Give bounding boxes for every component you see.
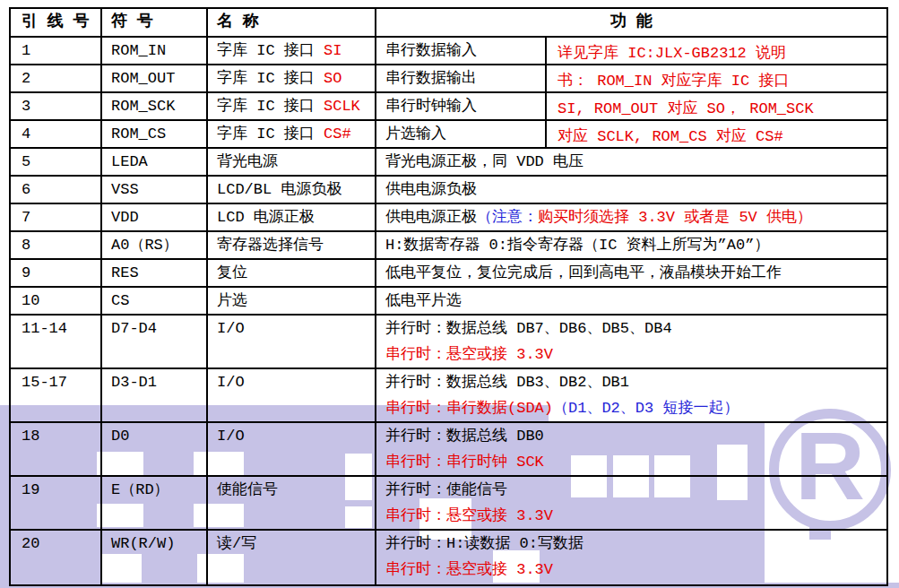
text-segment: SI xyxy=(324,42,341,59)
table-row: 15-17D3-D1I/O并行时：数据总线 DB3、DB2、DB1串行时：串行数… xyxy=(11,369,886,423)
function-cell: 片选输入 xyxy=(376,121,547,147)
function-cell: 串行数据输出 xyxy=(376,65,547,91)
pin-number-cell: 8 xyxy=(11,232,102,258)
function-cell: 并行时：数据总线 DB0串行时：串行时钟 SCK xyxy=(376,423,886,475)
function-cell: 串行时钟输入 xyxy=(376,93,547,119)
text-segment: LCD/BL 电源负极 xyxy=(217,181,341,198)
text-segment: 10 xyxy=(22,292,39,309)
function-cell: 供电电源正极（注意：购买时须选择 3.3V 或者是 5V 供电） xyxy=(376,204,886,230)
pin-number-cell: 5 xyxy=(11,149,102,175)
text-segment: 3 xyxy=(22,98,30,115)
text-segment: CS xyxy=(111,292,129,309)
function-line: 串行数据输出 xyxy=(385,65,545,91)
name-cell: 字库 IC 接口 SI xyxy=(208,38,376,64)
function-cell: 并行时：数据总线 DB3、DB2、DB1串行时：串行数据(SDA)（D1、D2、… xyxy=(376,369,886,421)
symbol-cell: CS xyxy=(102,288,208,314)
text-segment: 19 xyxy=(22,481,39,498)
text-segment: 11-14 xyxy=(22,320,67,337)
text-segment: 串行数据输出 xyxy=(385,70,477,87)
text-segment: 并行时：使能信号 xyxy=(385,481,507,498)
pin-number-cell: 20 xyxy=(11,531,102,584)
function-line: 背光电源正极，同 VDD 电压 xyxy=(385,149,886,175)
text-segment: 18 xyxy=(22,428,39,445)
name-cell: I/O xyxy=(208,423,376,475)
text-segment: VDD xyxy=(111,209,139,226)
name-cell: I/O xyxy=(208,369,376,421)
pin-number-cell: 18 xyxy=(11,423,102,475)
text-segment: 背光电源正极，同 VDD 电压 xyxy=(385,153,583,170)
function-line: 串行时：串行数据(SDA)（D1、D2、D3 短接一起） xyxy=(385,395,886,421)
text-segment: 片选 xyxy=(217,292,247,309)
text-segment: 串行时：悬空或接 3.3V xyxy=(385,561,553,578)
function-line: 低电平复位，复位完成后，回到高电平，液晶模块开始工作 xyxy=(385,260,886,286)
table-header-row: 引 线 号 符 号 名 称 功 能 xyxy=(11,9,886,38)
text-segment: 供电电源正极 xyxy=(385,209,477,226)
text-segment: ROM_CS xyxy=(111,125,166,143)
text-segment: 使能信号 xyxy=(217,481,278,498)
text-segment: E（RD） xyxy=(111,481,169,498)
text-segment: 字库 IC 接口 xyxy=(217,42,324,59)
function-cell: 低电平片选 xyxy=(376,288,886,314)
name-cell: 复位 xyxy=(208,260,376,286)
rom-note-line: 书： ROM_IN 对应字库 IC 接口 xyxy=(558,67,888,95)
text-segment: D3-D1 xyxy=(111,374,157,391)
symbol-cell: D0 xyxy=(102,423,208,475)
pin-number-cell: 10 xyxy=(11,288,102,314)
text-segment: 供电电源负极 xyxy=(385,181,477,198)
text-segment: 6 xyxy=(22,181,30,198)
text-segment: 串行数据输入 xyxy=(385,42,477,59)
text-segment: 片选输入 xyxy=(385,125,446,143)
name-cell: I/O xyxy=(208,316,376,368)
text-segment: I/O xyxy=(217,374,245,391)
text-segment: 低电平片选 xyxy=(385,292,462,309)
text-segment: 9 xyxy=(22,264,30,281)
function-line: 并行时：数据总线 DB7、DB6、DB5、DB4 xyxy=(385,316,886,342)
text-segment: 字库 IC 接口 xyxy=(217,70,324,87)
symbol-cell: E（RD） xyxy=(102,477,208,529)
function-line: 并行时：数据总线 DB3、DB2、DB1 xyxy=(385,369,886,395)
pin-number-cell: 7 xyxy=(11,204,102,230)
header-name: 名 称 xyxy=(208,9,376,36)
function-cell: 并行时：H:读数据 0:写数据串行时：悬空或接 3.3V xyxy=(376,531,886,584)
function-line: 串行时：悬空或接 3.3V xyxy=(385,503,886,529)
text-segment: I/O xyxy=(217,320,245,337)
rom-note-line: 详见字库 IC:JLX-GB2312 说明 xyxy=(558,39,888,67)
text-segment: 并行时：数据总线 DB3、DB2、DB1 xyxy=(385,374,629,391)
table-row: 11-14D7-D4I/O并行时：数据总线 DB7、DB6、DB5、DB4串行时… xyxy=(11,316,886,369)
text-segment: WR(R/W) xyxy=(111,535,175,552)
table-row: 5LEDA背光电源背光电源正极，同 VDD 电压 xyxy=(11,149,886,177)
text-segment: 8 xyxy=(22,237,30,254)
text-segment: D7-D4 xyxy=(111,320,157,337)
pin-number-cell: 6 xyxy=(11,177,102,203)
pin-number-cell: 2 xyxy=(11,65,102,91)
text-segment: 7 xyxy=(22,209,30,226)
symbol-cell: D3-D1 xyxy=(102,369,208,421)
function-cell: 低电平复位，复位完成后，回到高电平，液晶模块开始工作 xyxy=(376,260,886,286)
function-cell: 供电电源负极 xyxy=(376,177,886,203)
text-segment: 串行时：串行数据(SDA) xyxy=(385,400,553,417)
function-cell: 并行时：使能信号串行时：悬空或接 3.3V xyxy=(376,477,886,529)
pin-function-table: 引 线 号 符 号 名 称 功 能 1ROM_IN字库 IC 接口 SI串行数据… xyxy=(9,7,888,586)
name-cell: 字库 IC 接口 SCLK xyxy=(208,93,376,119)
text-segment: SCLK xyxy=(324,98,360,115)
text-segment: I/O xyxy=(217,428,245,445)
table-row: 6VSSLCD/BL 电源负极供电电源负极 xyxy=(11,177,886,204)
table-row: 9RES复位低电平复位，复位完成后，回到高电平，液晶模块开始工作 xyxy=(11,260,886,288)
function-line: 并行时：使能信号 xyxy=(385,477,886,503)
text-segment: VSS xyxy=(111,181,139,198)
table-row: 7VDDLCD 电源正极供电电源正极（注意：购买时须选择 3.3V 或者是 5V… xyxy=(11,204,886,232)
table-row: 18D0I/O并行时：数据总线 DB0串行时：串行时钟 SCK xyxy=(11,423,886,477)
name-cell: 寄存器选择信号 xyxy=(208,232,376,258)
text-segment: 字库 IC 接口 xyxy=(217,98,324,115)
header-symbol: 符 号 xyxy=(102,9,208,36)
text-segment: 串行时：悬空或接 3.3V xyxy=(385,346,553,363)
text-segment: 1 xyxy=(22,42,30,59)
text-segment: 并行时：数据总线 DB0 xyxy=(385,428,544,445)
text-segment: SO xyxy=(324,70,341,87)
header-function: 功 能 xyxy=(376,9,886,36)
header-pin-number: 引 线 号 xyxy=(11,9,102,36)
function-cell: 背光电源正极，同 VDD 电压 xyxy=(376,149,886,175)
rom-interface-note: 详见字库 IC:JLX-GB2312 说明 书： ROM_IN 对应字库 IC … xyxy=(549,39,888,151)
function-line: 供电电源负极 xyxy=(385,177,886,203)
text-segment: 15-17 xyxy=(22,374,67,391)
